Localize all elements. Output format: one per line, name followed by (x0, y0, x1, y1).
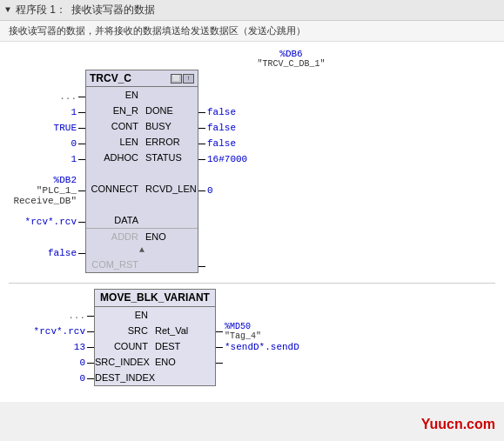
move-eno-line (216, 363, 223, 364)
move-src-index-ext: 0 (17, 357, 87, 368)
trcv-out-busy: false (198, 120, 266, 136)
trcv-inner-len-right: ERROR (142, 137, 198, 147)
trcv-done-val: false (205, 107, 249, 117)
trcv-inner-addr-right: ENO (142, 231, 198, 242)
trcv-out-arrow-space (198, 246, 266, 258)
trcv-block-name: TRCV_C (90, 72, 131, 84)
trcv-en-r-ext: 1 (17, 107, 78, 117)
move-block-container: ... *rcv*.rcv 13 0 (17, 289, 495, 386)
move-inner-en-name: EN (95, 310, 151, 320)
move-inner-src-index: SRC_INDEX ENO (95, 354, 215, 370)
trcv-rcvd-len-val: 0 (205, 185, 249, 196)
trcv-connect-plc: "PLC_1_ (37, 185, 77, 196)
trcv-function-block: TRCV_C ⬜ ↑ EN EN_R DON (85, 70, 198, 273)
watermark: Yuucn.com (421, 417, 495, 432)
move-inner-src: SRC Ret_Val (95, 323, 215, 338)
trcv-status-line (198, 159, 205, 160)
move-pin-en: ... (17, 308, 94, 324)
trcv-left-pins: ... 1 TRUE 0 (17, 70, 85, 261)
trcv-adhoc-ext: 1 (17, 154, 78, 164)
trcv-addr-no-line (78, 237, 85, 238)
trcv-out-addr (198, 230, 266, 246)
move-right-pins: %MD50 "Tag_4" *sendD*.sendD (216, 289, 299, 386)
trcv-error-val: false (205, 138, 249, 149)
move-title-row: MOVE_BLK_VARIANT (95, 290, 215, 307)
trcv-inner-data: DATA (86, 212, 198, 228)
trcv-inner-addr-name: ADDR (86, 231, 142, 242)
trcv-inner-cont: CONT BUSY (86, 118, 198, 134)
trcv-busy-line (198, 128, 205, 129)
trcv-inner-adhoc-right: STATUS (142, 152, 198, 163)
segment-label: 程序段 1： (16, 3, 66, 17)
move-inner-count-name: COUNT (95, 341, 151, 351)
trcv-pin-addr (17, 230, 85, 245)
trcv-inner-connect: CONNECT RCVD_LEN (86, 165, 198, 212)
trcv-pin-com-rst: false (17, 245, 85, 261)
trcv-en-line (78, 97, 85, 97)
trcv-block-section: %DB6 "TRCV_C_DB_1" ... 1 TR (9, 49, 495, 274)
move-inner-dest-index: DEST_INDEX (95, 370, 215, 385)
move-dest-index-line (87, 378, 94, 379)
trcv-en-ext: ... (17, 91, 78, 102)
trcv-com-rst-ext: false (17, 248, 78, 258)
trcv-data-ext: *rcv*.rcv (17, 217, 78, 227)
trcv-out-en-line (198, 97, 205, 97)
move-inner-count: COUNT DEST (95, 338, 215, 354)
move-pin-src-index: 0 (17, 355, 94, 371)
db-label-area: %DB6 "TRCV_C_DB_1" (87, 49, 495, 69)
move-en-ext: ... (17, 311, 87, 321)
collapse-arrow[interactable]: ▼ (5, 5, 10, 15)
trcv-icon-1[interactable]: ⬜ (171, 74, 182, 84)
move-function-block: MOVE_BLK_VARIANT EN SRC Ret_Val (94, 289, 216, 386)
trcv-inner-data-name: DATA (86, 215, 142, 225)
trcv-pin-en: ... (17, 89, 85, 104)
trcv-inner-adhoc-name: ADHOC (86, 152, 142, 163)
move-out-dest: *sendD*.sendD (216, 339, 299, 355)
trcv-inner-len-name: LEN (86, 137, 142, 147)
move-inner-src-name: SRC (95, 325, 151, 336)
trcv-inner-en-name: EN (86, 90, 142, 100)
move-inner-en: EN (95, 307, 215, 323)
trcv-rcvd-len-line (198, 190, 205, 191)
block-separator (9, 283, 495, 284)
db6-label: %DB6 (257, 49, 325, 59)
trcv-com-rst-line (78, 253, 85, 254)
move-en-line (87, 316, 94, 317)
trcv-pin-data: *rcv*.rcv (17, 214, 85, 230)
trcv-pin-en-r: 1 (17, 104, 85, 120)
trcv-block-container: ... 1 TRUE 0 (17, 70, 495, 274)
move-inner-dest-index-name: DEST_INDEX (95, 372, 151, 383)
trcv-pin-cont: TRUE (17, 120, 85, 136)
move-left-pins: ... *rcv*.rcv 13 0 (17, 289, 94, 386)
trcv-cont-ext: TRUE (17, 123, 78, 133)
db-name-label: "TRCV_C_DB_1" (257, 59, 325, 69)
move-inner-src-index-right: ENO (151, 357, 208, 367)
trcv-error-line (198, 144, 205, 144)
trcv-en-r-line (78, 112, 85, 113)
trcv-len-ext: 0 (17, 138, 78, 149)
move-out-dest-index (216, 371, 299, 386)
trcv-connect-db2: %DB2 (54, 175, 77, 185)
trcv-out-data (198, 214, 266, 230)
move-block-name: MOVE_BLK_VARIANT (100, 291, 210, 304)
trcv-connect-line (78, 190, 85, 191)
trcv-inner-en-r-name: EN_R (86, 105, 142, 116)
trcv-connect-rcvdb: Receive_DB" (13, 196, 77, 206)
trcv-inner-com-rst-name: COM_RST (86, 259, 142, 270)
trcv-block-arrow: ▲ (86, 244, 198, 257)
segment-title: 接收读写器的数据 (71, 3, 155, 17)
move-ret-val-line (216, 331, 223, 332)
trcv-inner-cont-name: CONT (86, 121, 142, 131)
trcv-out-done: false (198, 104, 266, 120)
trcv-icon-2[interactable]: ↑ (183, 74, 194, 84)
move-block-section: ... *rcv*.rcv 13 0 (9, 289, 495, 386)
trcv-cont-line (78, 128, 85, 129)
move-count-line (87, 347, 94, 348)
move-dest-index-ext: 0 (17, 373, 87, 384)
move-count-ext: 13 (17, 342, 87, 352)
move-dest-val: *sendD*.sendD (223, 342, 299, 352)
move-dest-line (216, 347, 223, 348)
trcv-inner-len: LEN ERROR (86, 134, 198, 150)
content-area: %DB6 "TRCV_C_DB_1" ... 1 TR (0, 42, 504, 402)
move-src-index-line (87, 363, 94, 364)
